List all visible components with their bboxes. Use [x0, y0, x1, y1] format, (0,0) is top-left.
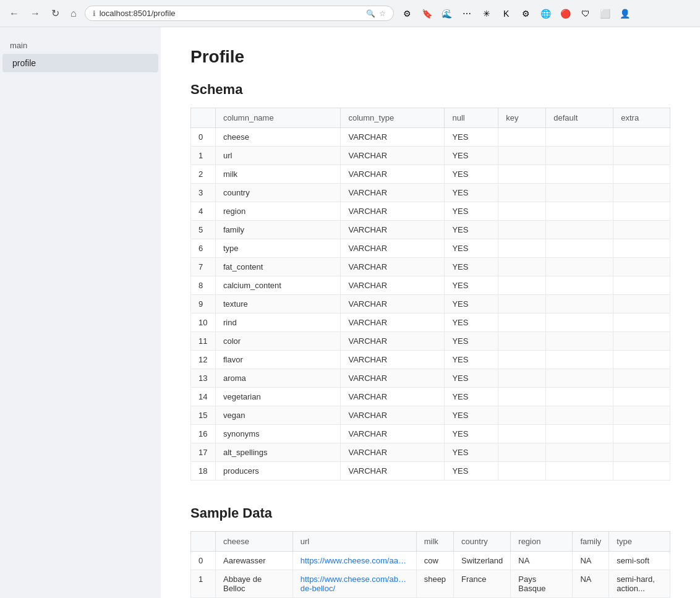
schema-idx-13: 13	[191, 369, 216, 388]
browser-icon-9[interactable]: 🛡	[577, 5, 594, 22]
forward-button[interactable]: →	[27, 7, 43, 20]
schema-idx-8: 8	[191, 276, 216, 295]
browser-icon-5[interactable]: K	[498, 5, 515, 22]
schema-col-type-6: VARCHAR	[341, 239, 445, 258]
sample-milk-1: sheep	[416, 570, 453, 598]
sample-region-1: Pays Basque	[511, 570, 573, 598]
schema-col-key-5	[498, 221, 546, 239]
schema-col-type-17: VARCHAR	[341, 443, 445, 462]
schema-col-null-5: YES	[445, 221, 498, 239]
schema-row-5: 5 family VARCHAR YES	[191, 221, 670, 239]
schema-col-extra-14	[613, 388, 670, 406]
schema-col-null-16: YES	[445, 425, 498, 443]
schema-col-default-4	[546, 202, 613, 221]
schema-col-default-11	[546, 332, 613, 351]
schema-col-name-6: type	[216, 239, 341, 258]
sample-header-type: type	[609, 532, 670, 552]
schema-header-default: default	[546, 108, 613, 128]
schema-idx-14: 14	[191, 388, 216, 406]
schema-col-null-15: YES	[445, 406, 498, 425]
browser-icon-3[interactable]: ⋯	[458, 5, 476, 22]
schema-col-extra-13	[613, 369, 670, 388]
schema-col-null-11: YES	[445, 332, 498, 351]
schema-col-extra-17	[613, 443, 670, 462]
info-icon: ℹ	[93, 9, 96, 18]
schema-col-key-1	[498, 147, 546, 165]
browser-icon-8[interactable]: 🔴	[557, 5, 574, 22]
browser-icon-6[interactable]: ⚙	[518, 5, 535, 22]
sample-header-milk: milk	[416, 532, 453, 552]
schema-col-key-15	[498, 406, 546, 425]
schema-idx-7: 7	[191, 258, 216, 276]
schema-col-extra-3	[613, 184, 670, 202]
schema-col-extra-5	[613, 221, 670, 239]
schema-col-default-14	[546, 388, 613, 406]
sample-region-0: NA	[511, 552, 573, 570]
app-body: main profile Profile Schema column_name …	[0, 27, 700, 598]
address-bar[interactable]: ℹ localhost:8501/profile 🔍 ☆	[85, 6, 394, 21]
sample-country-0: Switzerland	[454, 552, 511, 570]
sample-header-cheese: cheese	[216, 532, 293, 552]
schema-col-null-18: YES	[445, 462, 498, 481]
schema-col-default-7	[546, 258, 613, 276]
schema-col-default-18	[546, 462, 613, 481]
schema-col-extra-12	[613, 351, 670, 369]
browser-icon-7[interactable]: 🌐	[537, 5, 555, 22]
schema-col-type-14: VARCHAR	[341, 388, 445, 406]
home-button[interactable]: ⌂	[67, 7, 80, 20]
star-icon: ☆	[379, 9, 386, 18]
schema-col-key-9	[498, 295, 546, 314]
profile-icon[interactable]: 👤	[617, 5, 634, 22]
schema-col-key-2	[498, 165, 546, 184]
sidebar-toggle[interactable]: ⬜	[597, 5, 614, 22]
schema-idx-17: 17	[191, 443, 216, 462]
sample-row-1: 1 Abbaye de Belloc https://www.cheese.co…	[191, 570, 670, 598]
sample-cheese-0: Aarewasser	[216, 552, 293, 570]
search-icon: 🔍	[366, 9, 375, 18]
schema-idx-10: 10	[191, 314, 216, 332]
schema-col-null-9: YES	[445, 295, 498, 314]
schema-table: column_name column_type null key default…	[190, 108, 670, 481]
browser-icon-4[interactable]: ✳	[478, 5, 495, 22]
schema-header-column-name: column_name	[216, 108, 341, 128]
sample-data-table: cheese url milk country region family ty…	[190, 531, 670, 598]
schema-col-type-11: VARCHAR	[341, 332, 445, 351]
schema-col-key-7	[498, 258, 546, 276]
schema-col-key-17	[498, 443, 546, 462]
browser-icon-2[interactable]: 🌊	[438, 5, 456, 22]
schema-idx-5: 5	[191, 221, 216, 239]
schema-row-7: 7 fat_content VARCHAR YES	[191, 258, 670, 276]
sample-family-0: NA	[573, 552, 609, 570]
refresh-button[interactable]: ↻	[48, 6, 62, 20]
schema-idx-16: 16	[191, 425, 216, 443]
bookmark-icon[interactable]: 🔖	[419, 5, 436, 22]
toolbar-icons: ⚙ 🔖 🌊 ⋯ ✳ K ⚙ 🌐 🔴 🛡 ⬜ 👤	[399, 5, 634, 22]
schema-col-type-7: VARCHAR	[341, 258, 445, 276]
schema-col-key-16	[498, 425, 546, 443]
schema-col-extra-6	[613, 239, 670, 258]
schema-col-null-12: YES	[445, 351, 498, 369]
schema-col-null-7: YES	[445, 258, 498, 276]
schema-col-default-9	[546, 295, 613, 314]
schema-idx-2: 2	[191, 165, 216, 184]
schema-row-8: 8 calcium_content VARCHAR YES	[191, 276, 670, 295]
schema-row-15: 15 vegan VARCHAR YES	[191, 406, 670, 425]
sidebar-item-profile[interactable]: profile	[2, 54, 158, 72]
schema-header-extra: extra	[613, 108, 670, 128]
back-button[interactable]: ←	[6, 7, 22, 20]
schema-col-default-13	[546, 369, 613, 388]
schema-col-extra-1	[613, 147, 670, 165]
schema-col-default-15	[546, 406, 613, 425]
schema-col-key-18	[498, 462, 546, 481]
schema-col-extra-18	[613, 462, 670, 481]
schema-col-key-11	[498, 332, 546, 351]
schema-col-default-17	[546, 443, 613, 462]
schema-col-type-18: VARCHAR	[341, 462, 445, 481]
schema-col-name-4: region	[216, 202, 341, 221]
schema-col-key-6	[498, 239, 546, 258]
extensions-icon[interactable]: ⚙	[399, 5, 416, 22]
schema-idx-15: 15	[191, 406, 216, 425]
schema-col-type-10: VARCHAR	[341, 314, 445, 332]
schema-col-name-7: fat_content	[216, 258, 341, 276]
page-title: Profile	[190, 47, 670, 67]
